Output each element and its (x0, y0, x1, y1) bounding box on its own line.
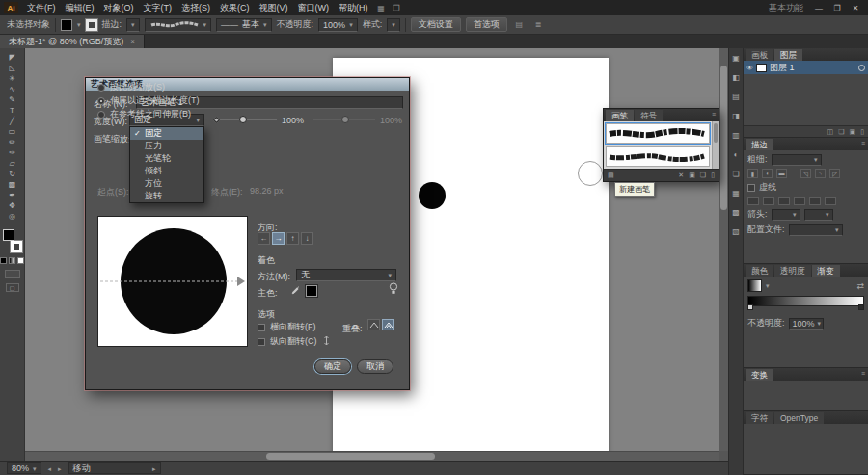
panel-tab[interactable]: 符号 (635, 110, 663, 121)
dropdown-option[interactable]: ✓ 旋转 (130, 190, 203, 202)
menu-item[interactable]: 文字(T) (139, 0, 177, 15)
pencil-tool[interactable]: ✑ (2, 147, 23, 158)
menu-item[interactable]: 选择(S) (176, 0, 215, 15)
magic-wand-tool[interactable]: ✳ (2, 73, 23, 84)
gradient-panel-icon[interactable]: ▩ (731, 207, 742, 218)
brush-options-icon[interactable]: ▣ (689, 172, 695, 179)
gradient-stop-start[interactable] (747, 304, 753, 310)
menu-item[interactable]: 对象(O) (99, 0, 139, 15)
transparency-panel-icon[interactable]: ◐ (731, 149, 742, 160)
brushes-panel-menu-icon[interactable]: ≡ (712, 111, 716, 118)
scale-option-radio[interactable]: 在参考线之间伸展(B) (97, 110, 387, 119)
layer-row[interactable]: 👁 图层 1 (744, 61, 868, 74)
opacity-dropdown[interactable]: 100% ▾ (318, 18, 358, 32)
scale-option-radio[interactable]: 按比例缩放(S) (97, 83, 387, 92)
ok-button[interactable]: 确定 (314, 359, 351, 374)
next-artboard-icon[interactable]: ▸ (58, 465, 62, 472)
swatches-panel-icon[interactable]: ▤ (731, 92, 742, 102)
direction-up-button[interactable]: ↑ (286, 232, 299, 245)
paintbrush-tool[interactable]: ✏ (2, 137, 23, 147)
filled-circle-object[interactable] (419, 182, 446, 209)
minimize-button[interactable]: — (810, 2, 827, 14)
direction-left-button[interactable]: ← (258, 232, 270, 245)
document-close-icon[interactable]: × (130, 38, 135, 46)
layer-target-icon[interactable] (858, 65, 865, 71)
gradient-opacity-field[interactable]: 100% ▾ (789, 318, 824, 330)
screen-mode-button[interactable]: ▢ (6, 283, 19, 292)
style-dropdown[interactable]: ▾ (387, 18, 400, 32)
key-color-swatch[interactable] (306, 285, 317, 297)
cancel-button[interactable]: 取消 (357, 359, 393, 374)
draw-mode-button[interactable] (5, 270, 20, 278)
panel-tab[interactable]: 渐变 (812, 265, 840, 277)
gap-field[interactable] (763, 197, 774, 205)
dropdown-option[interactable]: ✓ 方位 (130, 177, 203, 190)
join-round-icon[interactable]: ◝ (815, 169, 826, 178)
menu-item[interactable]: 帮助(H) (334, 0, 373, 15)
fill-color-swatch[interactable] (61, 19, 72, 31)
stroke-swatch[interactable] (11, 241, 22, 252)
dropdown-option[interactable]: ✓ 光笔轮 (130, 152, 203, 165)
overlap-none-button[interactable] (367, 319, 380, 330)
selection-tool[interactable]: ◤ (2, 52, 23, 63)
gradient-slider[interactable] (747, 296, 864, 306)
close-button[interactable]: ✕ (847, 2, 864, 14)
gradient-menu-caret-icon[interactable]: ▾ (766, 282, 770, 289)
menu-item[interactable]: 效果(C) (215, 0, 255, 15)
vertical-scroll-thumb[interactable] (720, 66, 727, 210)
arrange-documents-icon[interactable]: ▦ (374, 4, 389, 13)
variable-width-profile-dropdown[interactable]: —— 基本 ▾ (216, 18, 272, 32)
gradient-tool[interactable]: ▩ (2, 179, 23, 190)
cap-projecting-icon[interactable]: ▬ (776, 169, 787, 178)
menu-item[interactable]: 编辑(E) (61, 0, 99, 15)
new-brush-icon[interactable]: ❏ (700, 172, 706, 179)
gap-field[interactable] (825, 197, 836, 205)
dropdown-option[interactable]: ✓ 固定 (130, 127, 203, 140)
panel-tab[interactable]: OpenType (774, 412, 824, 424)
delete-layer-icon[interactable]: ▯ (860, 128, 864, 136)
outlined-circle-object[interactable] (578, 161, 603, 186)
menu-item[interactable]: 文件(F) (22, 0, 61, 15)
transform-panel-menu-icon[interactable]: ≡ (861, 370, 865, 377)
art-brush-item[interactable] (606, 123, 710, 144)
prev-artboard-icon[interactable]: ◂ (48, 465, 52, 472)
brushes-scroll-thumb[interactable] (714, 123, 718, 143)
layer-name[interactable]: 图层 1 (770, 62, 795, 74)
art-brush-item[interactable] (606, 146, 710, 167)
horizontal-scrollbar[interactable] (25, 451, 719, 461)
radio-icon[interactable] (97, 111, 105, 119)
direction-down-button[interactable]: ↓ (301, 232, 313, 245)
info-panel-icon[interactable]: ▣ (731, 53, 742, 64)
overlap-adjust-button[interactable] (382, 319, 394, 330)
hand-tool[interactable]: ✥ (2, 200, 23, 211)
libraries-panel-icon[interactable]: ▧ (731, 226, 742, 237)
arrowhead-end-dropdown[interactable]: ▾ (804, 209, 833, 221)
panel-options-icon[interactable]: ≣ (531, 20, 546, 29)
panel-tab[interactable]: 画笔 (606, 110, 634, 121)
dash-field[interactable] (809, 197, 821, 205)
panel-tab[interactable]: 画板 (746, 49, 773, 61)
appearance-panel-icon[interactable]: ▥ (731, 130, 742, 141)
tips-lightbulb-icon[interactable] (389, 282, 398, 297)
fill-swatch[interactable] (3, 229, 14, 241)
zoom-tool[interactable]: ◎ (2, 211, 23, 222)
stroke-weight-dropdown[interactable]: ▾ (126, 18, 140, 32)
direction-right-button[interactable]: → (272, 232, 285, 245)
cap-round-icon[interactable]: ◖ (762, 169, 773, 178)
panel-tab[interactable]: 颜色 (746, 265, 773, 277)
scale-option-radio[interactable]: 伸展以适合描边长度(T) (97, 96, 387, 105)
reverse-gradient-icon[interactable]: ⇄ (856, 281, 864, 291)
dash-field[interactable] (778, 197, 790, 205)
zoom-level-dropdown[interactable]: 80% ▾ (7, 462, 41, 474)
brush-definition-dropdown[interactable]: ▾ (145, 18, 212, 32)
direct-selection-tool[interactable]: ◺ (2, 63, 23, 73)
none-mode-button[interactable] (17, 257, 24, 264)
cap-butt-icon[interactable]: ▮ (747, 169, 758, 178)
eraser-tool[interactable]: ▱ (2, 158, 23, 169)
panel-tab[interactable]: 字符 (746, 412, 773, 424)
vertical-scrollbar[interactable] (719, 48, 728, 451)
make-mask-icon[interactable]: ◫ (827, 128, 834, 136)
width-profile-dropdown[interactable]: ▾ (789, 224, 843, 236)
layer-thumbnail[interactable] (756, 64, 767, 72)
restore-button[interactable]: ❐ (828, 2, 846, 14)
